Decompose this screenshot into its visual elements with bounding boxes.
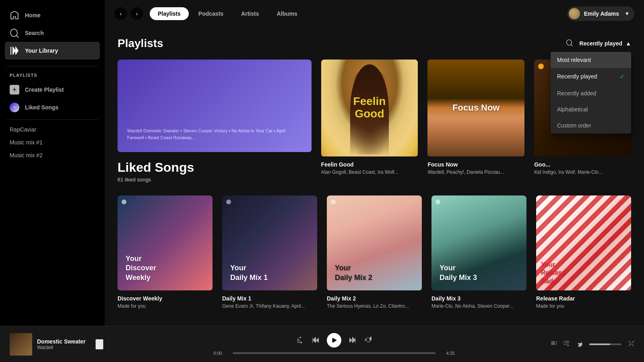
spotify-dot-discover — [122, 200, 126, 204]
liked-songs-icon: ♥ — [10, 103, 19, 112]
sort-label: Recently played — [580, 40, 623, 47]
discover-weekly-title: Discover Weekly — [118, 295, 213, 302]
player-play-button[interactable] — [327, 333, 341, 348]
player-track-name: Domestic Sweater — [37, 338, 86, 345]
content-search-button[interactable] — [564, 37, 575, 50]
spotify-dot-mix1 — [226, 200, 231, 204]
release-radar-title: Release Radar — [536, 295, 631, 302]
card-release-radar[interactable]: YourReleaseRadar Release Radar Made for … — [536, 195, 631, 309]
page-header: Playlists Recently played ▲ Most relevan… — [118, 37, 631, 50]
card-daily-mix-1[interactable]: YourDaily Mix 1 Daily Mix 1 Gene Evaro J… — [222, 195, 317, 309]
spotify-dot-mix3 — [436, 200, 440, 204]
create-playlist-label: Create Playlist — [25, 86, 64, 93]
nav-back-button[interactable]: ‹ — [114, 7, 127, 20]
playlist-item-music-mix-1[interactable]: Music mix #1 — [0, 136, 105, 149]
player-current-time: 0:00 — [213, 351, 228, 356]
player-track-details: Domestic Sweater Wardell — [37, 338, 86, 350]
player-repeat-button[interactable] — [365, 337, 372, 344]
user-profile[interactable]: Emily Adams ▼ — [567, 6, 634, 21]
sidebar-playlists-title: PLAYLISTS — [0, 70, 105, 81]
liked-songs-tracks-preview: Wardell Domestic Sweater • Steven Cooper… — [127, 128, 302, 141]
tab-artists[interactable]: Artists — [233, 7, 267, 20]
dropdown-item-most-relevant[interactable]: Most relevant — [551, 52, 631, 68]
player-volume-button[interactable] — [576, 340, 583, 348]
daily-mix-1-subtitle: Gene Evaro Jr, Thifany Kauany, April... — [222, 303, 317, 309]
spotify-dot-mix2 — [331, 200, 336, 204]
player-fullscreen-button[interactable] — [628, 340, 634, 348]
daily-mix-1-title: Daily Mix 1 — [222, 295, 317, 302]
sidebar-item-home-label: Home — [25, 12, 41, 19]
create-playlist-action[interactable]: + Create Playlist — [0, 81, 105, 99]
sidebar: Home Search Your Library PLAYLISTS + Cre… — [0, 0, 105, 326]
player-next-button[interactable] — [349, 337, 357, 344]
sidebar-nav: Home Search Your Library — [0, 3, 105, 63]
page-content: Playlists Recently played ▲ Most relevan… — [105, 27, 644, 326]
tab-playlists[interactable]: Playlists — [150, 7, 189, 20]
card-daily-mix-3[interactable]: YourDaily Mix 3 Daily Mix 3 Marie-Clo, N… — [431, 195, 526, 309]
player-extras — [538, 340, 634, 348]
player-devices-button[interactable] — [564, 340, 570, 348]
avatar — [569, 8, 580, 19]
sidebar-divider-1 — [6, 66, 98, 66]
sort-dropdown-menu: Most relevant Recently played ✓ Recently… — [551, 52, 631, 134]
card-focus-now[interactable]: Focus Now Focus Now Wardell, Peachy!, Da… — [427, 60, 524, 186]
player-album-art — [10, 333, 32, 356]
player-volume-bar[interactable] — [589, 343, 621, 345]
player-like-button[interactable]: ♡ — [95, 339, 103, 350]
player-prev-button[interactable] — [312, 337, 319, 344]
release-radar-subtitle: Made for you — [536, 303, 631, 309]
release-radar-label: YourReleaseRadar — [541, 261, 566, 286]
card-discover-weekly[interactable]: YourDiscoverWeekly Discover Weekly Made … — [118, 195, 213, 309]
player-track-info: Domestic Sweater Wardell ♡ — [10, 333, 130, 356]
card-liked-songs[interactable]: Wardell Domestic Sweater • Steven Cooper… — [118, 60, 312, 186]
dropdown-item-alphabetical[interactable]: Alphabetical — [551, 101, 631, 117]
player-queue-button[interactable] — [551, 340, 557, 348]
dropdown-label-alphabetical: Alphabetical — [557, 106, 588, 113]
sidebar-item-home[interactable]: Home — [5, 6, 100, 24]
sidebar-item-search[interactable]: Search — [5, 24, 100, 42]
tab-podcasts[interactable]: Podcasts — [190, 7, 231, 20]
player-artist-name: Wardell — [37, 345, 86, 350]
home-icon — [10, 10, 19, 20]
discover-weekly-subtitle: Made for you — [118, 303, 213, 309]
sidebar-item-search-label: Search — [25, 30, 44, 36]
feelin-good-title: Feelin Good — [321, 161, 418, 168]
page-title: Playlists — [118, 37, 163, 50]
sidebar-divider-2 — [6, 119, 98, 120]
playlist-item-rapcaviar[interactable]: RapCaviar — [0, 123, 105, 136]
good-subtitle: Kid Indigo, Ira Wolf, Marie-Clo... — [534, 169, 631, 175]
card-daily-mix-2[interactable]: YourDaily Mix 2 Daily Mix 2 The Serious … — [327, 195, 422, 309]
daily-mix-3-subtitle: Marie-Clo, No Aloha, Steven Cooper... — [431, 303, 526, 309]
daily-mix-2-subtitle: The Serious Hyenas, Lo Zo, Cilantro... — [327, 303, 422, 309]
feelin-good-subtitle: Alan Gogoll, Beast Coast, Ira Wolf... — [321, 169, 418, 175]
player-bar: Domestic Sweater Wardell ♡ 0:00 — [0, 326, 644, 362]
sort-arrow-icon: ▲ — [625, 40, 631, 47]
dropdown-item-recently-added[interactable]: Recently added — [551, 85, 631, 101]
player-controls: 0:00 4:25 — [140, 333, 528, 356]
player-buttons — [296, 333, 372, 348]
daily-mix-2-title: Daily Mix 2 — [327, 295, 422, 302]
daily-mix-2-label: YourDaily Mix 2 — [335, 263, 372, 282]
nav-tabs: Playlists Podcasts Artists Albums — [150, 7, 561, 20]
search-icon — [10, 28, 19, 38]
player-progress: 0:00 4:25 — [213, 351, 455, 356]
tab-albums[interactable]: Albums — [268, 7, 305, 20]
dropdown-item-custom-order[interactable]: Custom order — [551, 117, 631, 134]
focus-now-subtitle: Wardell, Peachy!, Daniela Picciau... — [427, 169, 524, 175]
dropdown-label-most-relevant: Most relevant — [557, 57, 591, 63]
player-progress-bar[interactable] — [233, 352, 436, 354]
top-navbar: ‹ › Playlists Podcasts Artists Albums Em… — [105, 0, 644, 27]
create-playlist-icon: + — [10, 85, 19, 95]
sidebar-item-library[interactable]: Your Library — [5, 42, 100, 60]
dropdown-label-recently-added: Recently added — [557, 90, 596, 97]
player-total-time: 4:25 — [440, 351, 455, 356]
card-feelin-good[interactable]: FeelinGood Feelin Good Alan Gogoll, Beas… — [321, 60, 418, 186]
avatar-image — [569, 8, 580, 19]
player-shuffle-button[interactable] — [296, 337, 303, 344]
daily-mix-3-label: YourDaily Mix 3 — [440, 263, 477, 282]
nav-forward-button[interactable]: › — [130, 7, 143, 20]
dropdown-item-recently-played[interactable]: Recently played ✓ — [551, 68, 631, 85]
sort-dropdown-button[interactable]: Recently played ▲ — [580, 40, 631, 47]
liked-songs-action[interactable]: ♥ Liked Songs — [0, 99, 105, 116]
playlist-item-music-mix-2[interactable]: Music mix #2 — [0, 149, 105, 162]
